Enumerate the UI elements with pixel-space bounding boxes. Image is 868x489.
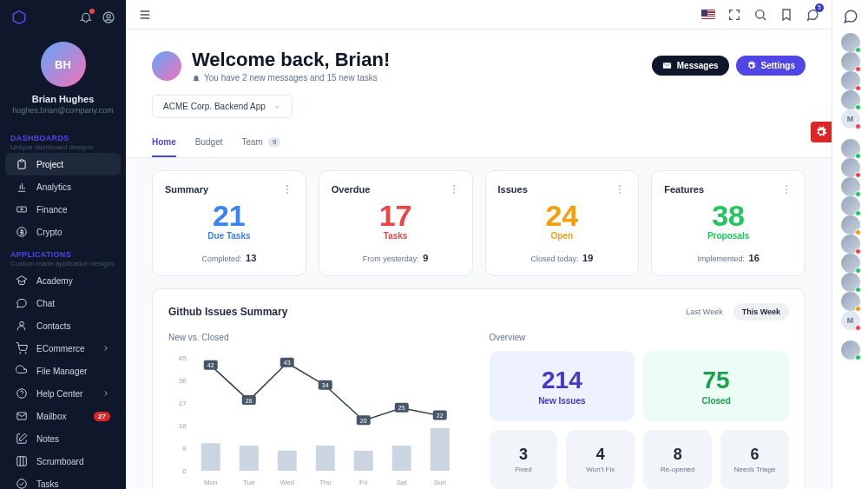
nav-item-file-manager[interactable]: File Manager: [5, 360, 121, 382]
messages-button[interactable]: Messages: [652, 56, 729, 76]
card-label: Open: [498, 231, 627, 241]
contact-avatar[interactable]: [841, 215, 860, 235]
more-vertical-icon[interactable]: [614, 183, 626, 195]
nav-item-contacts[interactable]: Contacts: [5, 314, 121, 337]
tile-fixed: 3Fixed: [490, 430, 558, 489]
nav-item-scrumboard[interactable]: Scrumboard: [5, 450, 121, 472]
nav-item-ecommerce[interactable]: ECommerce: [5, 337, 121, 360]
cap-icon: [16, 274, 28, 287]
svg-point-13: [286, 185, 288, 187]
contact-avatar[interactable]: [841, 273, 860, 292]
contact-avatar[interactable]: [841, 33, 860, 52]
contact-avatar[interactable]: [841, 196, 860, 215]
help-icon: [16, 387, 28, 400]
svg-point-22: [786, 185, 787, 187]
svg-point-23: [786, 188, 787, 190]
status-indicator: [855, 287, 861, 293]
svg-text:Fri: Fri: [359, 479, 368, 486]
svg-point-24: [786, 192, 787, 194]
nav-item-mailbox[interactable]: Mailbox27: [5, 405, 121, 427]
contact-avatar[interactable]: [841, 52, 860, 71]
status-indicator: [855, 325, 861, 331]
search-icon[interactable]: [753, 8, 767, 22]
nav-item-analytics[interactable]: Analytics: [5, 175, 121, 198]
envelope-icon: [662, 61, 672, 70]
nav-item-tasks[interactable]: Tasks: [5, 472, 121, 489]
gear-icon: [815, 126, 827, 138]
contact-avatar[interactable]: [841, 340, 860, 360]
tab-team[interactable]: Team9: [242, 129, 281, 157]
svg-text:34: 34: [322, 382, 329, 388]
panel-title: Github Issues Summary: [168, 306, 287, 318]
nav-item-crypto[interactable]: Crypto: [5, 221, 121, 243]
nav-item-project[interactable]: Project: [5, 153, 121, 175]
messages-icon[interactable]: 5: [806, 8, 819, 22]
nav-item-help-center[interactable]: Help Center: [5, 382, 121, 405]
svg-point-12: [756, 10, 764, 17]
svg-point-16: [453, 185, 455, 187]
svg-rect-36: [392, 446, 411, 471]
fullscreen-icon[interactable]: [727, 8, 741, 22]
bookmark-icon[interactable]: [779, 8, 793, 22]
chat-icon: [16, 297, 28, 309]
contact-avatar[interactable]: [841, 158, 860, 177]
chart-bar-icon: [16, 181, 28, 193]
svg-text:Thu: Thu: [319, 479, 332, 486]
nav-item-label: Tasks: [36, 479, 59, 489]
nav-item-label: ECommerce: [36, 344, 85, 354]
svg-text:42: 42: [207, 362, 214, 368]
svg-rect-34: [316, 446, 335, 471]
toggle-this-week[interactable]: This Week: [733, 303, 789, 320]
nav-item-finance[interactable]: Finance: [5, 198, 121, 221]
svg-point-8: [17, 389, 27, 399]
board-icon: [16, 455, 28, 467]
card-title: Overdue: [332, 184, 371, 195]
contact-avatar[interactable]: [841, 139, 860, 158]
settings-button[interactable]: Settings: [736, 56, 806, 76]
card-footer: Closed today: 19: [498, 253, 627, 263]
nav-section-subtitle: Unique dashboard designs: [10, 143, 115, 151]
contact-avatar[interactable]: [841, 90, 860, 109]
contact-avatar[interactable]: [841, 71, 860, 90]
card-value: 38: [664, 199, 792, 233]
nav-item-label: Analytics: [36, 182, 71, 192]
toggle-last-week[interactable]: Last Week: [677, 303, 731, 320]
card-summary: Summary 21 Due Tasks Completed: 13: [152, 170, 306, 276]
svg-rect-33: [278, 451, 297, 471]
user-circle-icon[interactable]: [102, 10, 115, 24]
status-indicator: [855, 153, 861, 159]
check-icon: [16, 478, 28, 489]
clipboard-icon: [16, 158, 28, 170]
tab-budget[interactable]: Budget: [195, 129, 223, 157]
nav-item-label: Crypto: [36, 228, 62, 237]
menu-toggle-icon[interactable]: [138, 8, 152, 22]
settings-fab[interactable]: [811, 122, 832, 142]
tab-home[interactable]: Home: [152, 129, 176, 157]
nav-item-chat[interactable]: Chat: [5, 292, 121, 314]
notifications-icon[interactable]: [79, 10, 93, 24]
nav-item-academy[interactable]: Academy: [5, 269, 121, 292]
tile-won-t-fix: 4Won't Fix: [566, 430, 635, 489]
nav-section-title: APPLICATIONS: [10, 250, 115, 259]
tile-needs-triage: 6Needs Triage: [720, 430, 789, 489]
contact-avatar[interactable]: [841, 292, 860, 311]
nav-item-notes[interactable]: Notes: [5, 427, 121, 450]
card-issues: Issues 24 Open Closed today: 19: [485, 170, 640, 276]
project-selector[interactable]: ACME Corp. Backend App: [152, 95, 293, 118]
chat-icon[interactable]: [843, 9, 858, 24]
more-vertical-icon[interactable]: [780, 183, 792, 195]
contact-avatar[interactable]: M: [841, 311, 860, 330]
welcome-title: Welcome back, Brian!: [192, 49, 390, 71]
language-flag[interactable]: [701, 10, 715, 20]
card-label: Proposals: [664, 231, 792, 241]
user-avatar[interactable]: BH: [41, 42, 86, 87]
contact-avatar[interactable]: [841, 235, 860, 254]
status-indicator: [855, 191, 861, 197]
contact-avatar[interactable]: M: [841, 109, 860, 129]
contact-avatar[interactable]: [841, 254, 860, 273]
contact-avatar[interactable]: [841, 177, 860, 196]
chevron-down-icon: [273, 102, 281, 111]
svg-text:18: 18: [179, 422, 187, 430]
more-vertical-icon[interactable]: [448, 183, 460, 195]
more-vertical-icon[interactable]: [281, 183, 293, 195]
